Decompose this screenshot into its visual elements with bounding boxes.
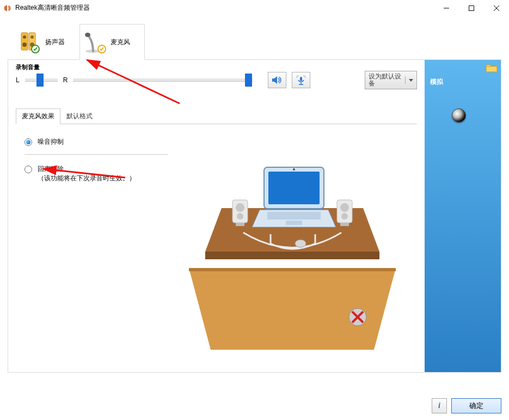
svg-point-31: [341, 213, 348, 220]
label-echo-cancellation: 回声消除 （该功能将在下次录音时生效。）: [38, 165, 136, 183]
subtab-effects[interactable]: 麦克风效果: [16, 108, 60, 124]
minimize-button[interactable]: [434, 0, 459, 16]
svg-point-30: [340, 203, 349, 212]
subtab-default-format[interactable]: 默认格式: [60, 108, 99, 124]
device-tabs: 扬声器 麦克风: [14, 22, 501, 60]
echo-title: 回声消除: [38, 165, 64, 173]
analog-jack[interactable]: [452, 108, 466, 123]
mic-boost-button[interactable]: [292, 72, 310, 88]
tab-speaker-label: 扬声器: [45, 38, 65, 47]
balance-right-label: R: [63, 76, 68, 84]
tab-microphone-label: 麦克风: [111, 38, 130, 47]
close-button[interactable]: [484, 0, 509, 16]
device-illustration: [178, 137, 417, 358]
svg-rect-32: [340, 223, 349, 226]
svg-rect-28: [236, 223, 244, 226]
svg-rect-1: [469, 5, 474, 10]
side-panel-title: 模拟: [430, 77, 495, 87]
svg-point-26: [236, 203, 244, 212]
svg-rect-34: [268, 172, 320, 204]
folder-icon[interactable]: [486, 63, 498, 75]
title-bar: Realtek高清晰音频管理器: [0, 0, 509, 16]
svg-marker-23: [205, 252, 379, 259]
svg-marker-18: [189, 268, 396, 271]
svg-marker-17: [189, 268, 396, 350]
balance-left-label: L: [16, 76, 20, 84]
volume-thumb[interactable]: [245, 74, 252, 87]
sub-tabs: 麦克风效果 默认格式: [16, 108, 417, 124]
mute-playback-button[interactable]: [268, 72, 286, 88]
tab-microphone[interactable]: 麦克风: [79, 24, 145, 60]
balance-thumb[interactable]: [36, 74, 44, 87]
tab-speaker[interactable]: 扬声器: [14, 24, 79, 60]
side-panel: 模拟: [425, 60, 501, 372]
label-noise-suppression: 噪音抑制: [38, 137, 64, 147]
svg-point-7: [22, 42, 27, 47]
svg-rect-4: [21, 33, 28, 50]
svg-rect-14: [300, 77, 302, 81]
svg-point-12: [85, 33, 90, 37]
effects-options: 噪音抑制 回声消除 （该功能将在下次录音时生效。）: [16, 137, 168, 358]
maximize-button[interactable]: [459, 0, 484, 16]
set-default-device-button[interactable]: 设为默认设备: [365, 71, 417, 89]
svg-point-8: [30, 35, 34, 39]
radio-noise-suppression[interactable]: [24, 138, 32, 146]
option-echo-cancellation[interactable]: 回声消除 （该功能将在下次录音时生效。）: [24, 165, 168, 183]
svg-point-24: [295, 240, 306, 247]
volume-slider[interactable]: [73, 78, 253, 82]
balance-slider[interactable]: [25, 78, 58, 82]
app-icon: [3, 4, 12, 13]
microphone-icon: [83, 31, 106, 53]
set-default-label: 设为默认设备: [369, 73, 403, 87]
svg-rect-38: [286, 221, 302, 225]
recording-volume-row: 录制音量 L R: [16, 71, 417, 89]
svg-point-27: [237, 213, 243, 220]
info-button[interactable]: i: [432, 398, 447, 413]
options-divider: [24, 154, 168, 155]
radio-echo-cancellation[interactable]: [24, 166, 32, 173]
window-title: Realtek高清晰音频管理器: [15, 3, 434, 13]
ok-button[interactable]: 确定: [451, 398, 501, 413]
svg-rect-37: [267, 212, 321, 220]
main-panel: 录制音量 L R: [8, 59, 501, 373]
chevron-down-icon: [405, 76, 413, 84]
option-noise-suppression[interactable]: 噪音抑制: [24, 137, 168, 147]
svg-point-6: [23, 35, 26, 39]
recording-volume-label: 录制音量: [16, 63, 40, 71]
speaker-icon: [18, 31, 41, 53]
svg-point-35: [293, 168, 295, 171]
echo-note: （该功能将在下次录音时生效。）: [38, 174, 136, 182]
